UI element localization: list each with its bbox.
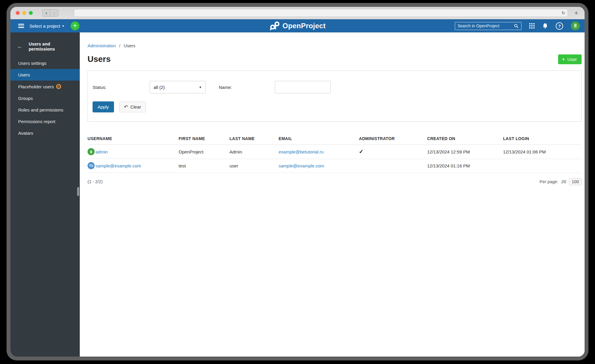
url-input[interactable] xyxy=(76,11,561,15)
window-controls xyxy=(16,11,33,15)
notifications-bell-icon[interactable] xyxy=(542,23,548,29)
column-header-first-name[interactable]: FIRST NAME xyxy=(179,136,229,145)
name-filter-input[interactable] xyxy=(275,81,331,93)
hamburger-menu-icon[interactable] xyxy=(18,24,24,28)
column-header-last-login[interactable]: LAST LOGIN xyxy=(503,136,582,145)
column-header-email[interactable]: EMAIL xyxy=(279,136,359,145)
global-search[interactable] xyxy=(455,22,521,30)
email-cell: sample@example.com xyxy=(279,159,359,173)
main-area: ← Users and permissions Users settings U… xyxy=(10,32,585,357)
sidebar-item-users[interactable]: Users xyxy=(10,69,80,81)
administrator-cell: ✓ xyxy=(359,145,427,159)
per-page-current: 20 xyxy=(561,179,566,184)
breadcrumb-separator: / xyxy=(119,43,120,48)
minimize-window-button[interactable] xyxy=(22,11,26,15)
breadcrumb-administration-link[interactable]: Administration xyxy=(88,43,116,48)
sidebar-item-label: Groups xyxy=(18,96,33,101)
sidebar-resize-handle[interactable] xyxy=(77,187,79,196)
sidebar-title: Users and permissions xyxy=(29,41,77,51)
row-avatar: TU xyxy=(88,162,95,169)
column-header-administrator[interactable]: ADMINISTRATOR xyxy=(359,136,427,145)
created-on-cell: 12/13/2024 01:16 PM xyxy=(427,159,503,173)
search-input[interactable] xyxy=(457,23,514,28)
close-window-button[interactable] xyxy=(16,11,20,15)
email-link[interactable]: example@betutorial.ru xyxy=(279,149,324,154)
pagination-row: (1 - 2/2) Per page: 20 100 xyxy=(88,178,582,185)
status-filter-label: Status: xyxy=(93,85,150,90)
add-user-label: User xyxy=(567,57,577,62)
sidebar-item-label: Roles and permissions xyxy=(18,107,63,112)
openproject-logo: OpenProject xyxy=(269,21,326,31)
column-header-last-name[interactable]: LAST NAME xyxy=(229,136,279,145)
sidebar-item-groups[interactable]: Groups xyxy=(10,92,80,104)
browser-back-button[interactable]: ‹ xyxy=(42,9,50,17)
sidebar-item-label: Permissions report xyxy=(18,119,55,124)
apply-button[interactable]: Apply xyxy=(93,101,114,112)
status-select-value: all (2) xyxy=(154,85,165,90)
users-table: USERNAME FIRST NAME LAST NAME EMAIL ADMI… xyxy=(88,136,582,173)
sidebar-item-permissions-report[interactable]: Permissions report xyxy=(10,116,80,127)
help-icon[interactable]: ? xyxy=(556,22,563,30)
table-row: TU sample@example.com test user sample@e… xyxy=(88,159,582,173)
table-row: 8 admin OpenProject Admin example@betuto… xyxy=(88,145,582,159)
add-project-button[interactable]: + xyxy=(71,21,79,30)
browser-nav-buttons: ‹ › xyxy=(42,9,58,17)
header-actions: ? 8 xyxy=(455,21,580,30)
select-caret-icon: ▼ xyxy=(199,86,202,89)
sidebar-item-label: Users settings xyxy=(18,61,46,66)
per-page-control: Per page: 20 100 xyxy=(540,178,582,185)
email-link[interactable]: sample@example.com xyxy=(279,163,324,168)
status-select[interactable]: all (2) ▼ xyxy=(150,81,206,93)
last-name-cell: user xyxy=(229,159,279,173)
avatar-text: TU xyxy=(89,164,93,167)
add-user-button[interactable]: + User xyxy=(558,54,582,64)
row-avatar: 8 xyxy=(88,148,95,155)
select-project-label: Select a project xyxy=(29,23,60,29)
openproject-wordmark: OpenProject xyxy=(282,22,326,30)
username-link[interactable]: sample@example.com xyxy=(96,163,141,168)
plus-icon: + xyxy=(562,57,565,62)
per-page-option-100[interactable]: 100 xyxy=(569,178,582,185)
last-name-cell: Admin xyxy=(229,145,279,159)
reload-icon[interactable]: ↻ xyxy=(561,10,565,16)
back-arrow-icon[interactable]: ← xyxy=(17,43,29,50)
page-title: Users xyxy=(88,54,111,64)
last-login-cell: 12/13/2024 01:06 PM xyxy=(503,145,582,159)
administrator-cell xyxy=(359,159,427,173)
sidebar-item-avatars[interactable]: Avatars xyxy=(10,127,80,139)
username-cell: 8 admin xyxy=(88,145,179,159)
sidebar-item-roles-permissions[interactable]: Roles and permissions xyxy=(10,104,80,116)
search-icon xyxy=(514,23,519,29)
new-tab-button[interactable]: + xyxy=(572,9,580,17)
username-link[interactable]: admin xyxy=(96,149,108,154)
last-login-cell xyxy=(503,159,582,173)
title-bar: Users + User xyxy=(88,54,582,64)
user-avatar[interactable]: 8 xyxy=(571,21,580,30)
clear-label: Clear xyxy=(130,104,141,109)
admin-sidebar: ← Users and permissions Users settings U… xyxy=(10,32,80,357)
filter-row: Status: all (2) ▼ Name: xyxy=(93,81,575,93)
openproject-logo-icon xyxy=(269,21,280,31)
undo-icon: ↶ xyxy=(124,105,128,109)
sidebar-item-users-settings[interactable]: Users settings xyxy=(10,57,80,69)
breadcrumb-current: Users xyxy=(124,43,135,48)
apps-grid-icon[interactable] xyxy=(529,23,535,29)
content-area: Administration / Users Users + User Stat… xyxy=(80,32,585,357)
select-project-dropdown[interactable]: Select a project ▾ xyxy=(29,23,64,29)
column-header-created-on[interactable]: CREATED ON xyxy=(427,136,503,145)
sidebar-item-label: Users xyxy=(18,72,30,77)
email-cell: example@betutorial.ru xyxy=(279,145,359,159)
filter-panel: Status: all (2) ▼ Name: Apply ↶ Clear xyxy=(88,70,582,122)
clear-button[interactable]: ↶ Clear xyxy=(119,101,146,112)
breadcrumb: Administration / Users xyxy=(88,43,582,48)
first-name-cell: test xyxy=(179,159,229,173)
check-icon: ✓ xyxy=(359,149,363,155)
sidebar-item-placeholder-users[interactable]: Placeholder users xyxy=(10,81,80,92)
pagination-range: (1 - 2/2) xyxy=(88,179,103,184)
address-bar[interactable]: ↻ xyxy=(74,9,568,17)
username-cell: TU sample@example.com xyxy=(88,159,179,173)
maximize-window-button[interactable] xyxy=(29,11,33,15)
column-header-username[interactable]: USERNAME xyxy=(88,136,179,145)
help-glyph: ? xyxy=(558,23,561,29)
browser-forward-button[interactable]: › xyxy=(50,9,58,17)
